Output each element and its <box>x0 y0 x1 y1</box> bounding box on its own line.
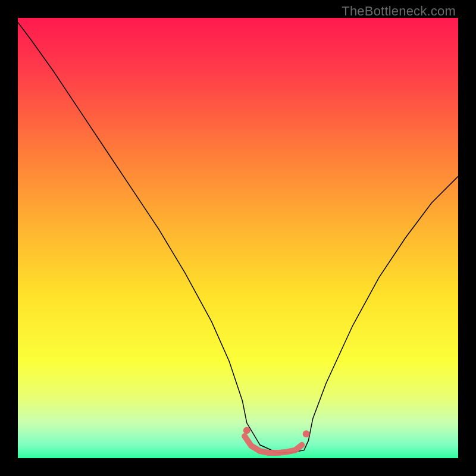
bottleneck-curve <box>18 22 458 453</box>
min-band <box>245 436 302 453</box>
watermark-text: TheBottleneck.com <box>342 4 456 19</box>
dot-left <box>243 427 250 434</box>
plot-area <box>18 18 458 458</box>
dot-right <box>303 430 310 437</box>
chart-svg <box>18 18 458 458</box>
markers-group <box>243 427 310 437</box>
chart-frame: TheBottleneck.com <box>0 0 476 476</box>
